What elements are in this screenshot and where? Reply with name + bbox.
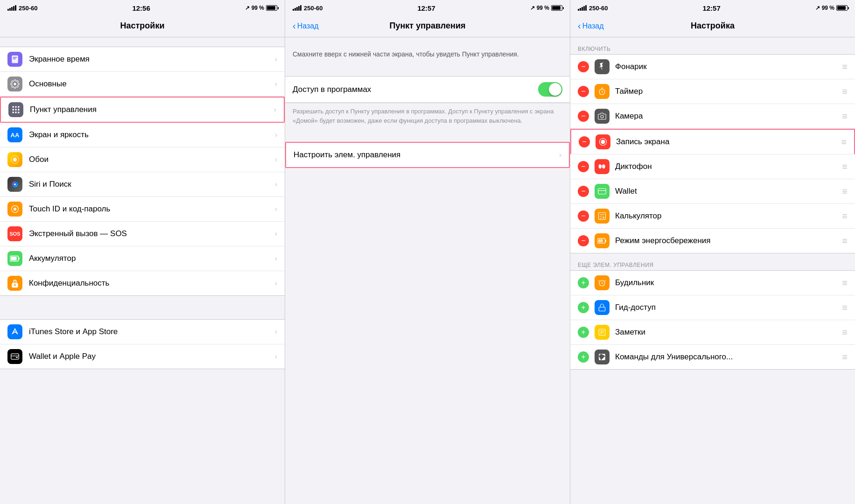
chevron-7: ›	[275, 230, 277, 238]
item-touchid[interactable]: Touch ID и код-пароль ›	[0, 197, 285, 222]
section-header-include: ВКЛЮЧИТЬ	[570, 42, 855, 54]
item-control-center[interactable]: Пункт управления ›	[0, 97, 285, 123]
item-general[interactable]: Основные ›	[0, 72, 285, 97]
timer-icon	[595, 84, 610, 99]
touchid-icon	[7, 202, 22, 217]
chevron-1: ›	[275, 80, 277, 88]
battery-icon-2	[551, 5, 562, 11]
back-button-3[interactable]: ‹ Назад	[578, 21, 604, 31]
item-guided[interactable]: + Гид-доступ ≡	[570, 295, 855, 320]
drag-screen-record[interactable]: ≡	[841, 137, 847, 147]
item-display[interactable]: AA Экран и яркость ›	[0, 123, 285, 147]
toggle-section: Доступ в программах	[285, 76, 570, 103]
chevron-4: ›	[275, 155, 277, 164]
flashlight-label: Фонарик	[615, 62, 842, 71]
drag-dictaphone[interactable]: ≡	[842, 161, 848, 172]
chevron-3: ›	[275, 131, 277, 139]
svg-rect-10	[13, 112, 14, 113]
item-wallet-settings[interactable]: Wallet и Apple Pay ›	[0, 344, 285, 369]
svg-point-3	[14, 83, 16, 85]
drag-alarm[interactable]: ≡	[842, 278, 848, 288]
svg-rect-2	[13, 58, 16, 59]
drag-power-save[interactable]: ≡	[842, 236, 848, 246]
wallpaper-icon	[7, 152, 22, 167]
battery-icon-3	[836, 5, 848, 11]
item-appstore[interactable]: iTunes Store и App Store ›	[0, 320, 285, 344]
item-battery[interactable]: Аккумулятор ›	[0, 246, 285, 271]
remove-camera[interactable]: −	[578, 111, 589, 122]
sos-icon: SOS	[7, 226, 22, 241]
svg-rect-5	[15, 106, 16, 108]
drag-notes[interactable]: ≡	[842, 327, 848, 338]
item-wallpaper[interactable]: Обои ›	[0, 147, 285, 172]
battery-icon-1	[266, 5, 277, 11]
screen-record-label: Запись экрана	[616, 137, 841, 147]
status-bar-3: 250-60 12:57 ↗ 99 %	[570, 0, 855, 15]
item-power-save[interactable]: − Режим энергосбережения ≡	[570, 229, 855, 253]
page-title-3: Настройка	[691, 21, 735, 31]
item-notes[interactable]: + Заметки ≡	[570, 320, 855, 345]
drag-guided[interactable]: ≡	[842, 302, 848, 313]
more-section: + Будильник ≡ + Гид-доступ ≡ +	[570, 270, 855, 370]
add-guided[interactable]: +	[578, 302, 589, 313]
item-calculator[interactable]: − Калькулятор ≡	[570, 204, 855, 229]
remove-calculator[interactable]: −	[578, 210, 589, 222]
item-wallet-rc[interactable]: − Wallet ≡	[570, 179, 855, 204]
alarm-label: Будильник	[615, 278, 842, 287]
remove-timer[interactable]: −	[578, 86, 589, 97]
remove-power-save[interactable]: −	[578, 235, 589, 246]
signal-icon	[7, 5, 16, 11]
notes-icon	[595, 325, 610, 340]
item-privacy[interactable]: Конфиденциальность ›	[0, 271, 285, 295]
item-shortcuts[interactable]: + Команды для Универсального... ≡	[570, 345, 855, 369]
privacy-icon	[7, 276, 22, 291]
drag-camera[interactable]: ≡	[842, 111, 848, 122]
svg-rect-9	[18, 109, 19, 110]
add-alarm[interactable]: +	[578, 277, 589, 288]
drag-timer[interactable]: ≡	[842, 86, 848, 97]
item-siri[interactable]: Siri и Поиск ›	[0, 172, 285, 197]
drag-flashlight[interactable]: ≡	[842, 62, 848, 72]
drag-wallet[interactable]: ≡	[842, 186, 848, 197]
general-icon	[7, 77, 22, 91]
item-camera[interactable]: − Камера ≡	[570, 104, 855, 129]
notes-label: Заметки	[615, 328, 842, 337]
remove-wallet[interactable]: −	[578, 186, 589, 197]
status-bar-2: 250-60 12:57 ↗ 99 %	[285, 0, 570, 15]
remove-screen-record[interactable]: −	[579, 136, 590, 147]
back-button-2[interactable]: ‹ Назад	[293, 21, 319, 31]
description-text-2: Смахните вверх с нижней части экрана, чт…	[285, 42, 570, 67]
time-2: 12:57	[417, 4, 435, 12]
svg-rect-37	[605, 240, 606, 242]
remove-dictaphone[interactable]: −	[578, 161, 589, 172]
calculator-label: Калькулятор	[615, 211, 842, 221]
item-flashlight[interactable]: − Фонарик ≡	[570, 55, 855, 79]
item-sos[interactable]: SOS Экстренный вызов — SOS ›	[0, 222, 285, 246]
svg-rect-8	[15, 109, 16, 110]
section-main: Экранное время › Основные › Пункт управл…	[0, 47, 285, 296]
customize-item[interactable]: Настроить элем. управления ›	[286, 143, 569, 167]
access-toggle-item[interactable]: Доступ в программах	[285, 77, 570, 103]
camera-icon	[595, 109, 610, 124]
drag-shortcuts[interactable]: ≡	[842, 352, 848, 363]
battery-pct-2: 99 %	[537, 5, 549, 11]
chevron-8: ›	[275, 254, 277, 263]
back-label-3: Назад	[582, 22, 604, 30]
remove-flashlight[interactable]: −	[578, 61, 589, 72]
add-shortcuts[interactable]: +	[578, 351, 589, 363]
siri-icon	[7, 177, 22, 192]
item-screen-record[interactable]: − Запись экрана ≡	[570, 129, 855, 154]
svg-point-13	[13, 158, 17, 161]
customize-section: Настроить элем. управления ›	[285, 142, 570, 168]
item-dictaphone[interactable]: − Диктофон ≡	[570, 154, 855, 179]
item-timer[interactable]: − Таймер ≡	[570, 79, 855, 104]
guided-icon	[595, 300, 610, 315]
drag-calculator[interactable]: ≡	[842, 211, 848, 222]
item-alarm[interactable]: + Будильник ≡	[570, 271, 855, 295]
item-screen-time[interactable]: Экранное время ›	[0, 47, 285, 72]
toggle-switch[interactable]	[538, 82, 562, 97]
add-notes[interactable]: +	[578, 327, 589, 338]
touchid-label: Touch ID и код-пароль	[29, 204, 275, 214]
back-arrow-3: ‹	[578, 21, 581, 31]
sos-label: Экстренный вызов — SOS	[29, 229, 275, 238]
